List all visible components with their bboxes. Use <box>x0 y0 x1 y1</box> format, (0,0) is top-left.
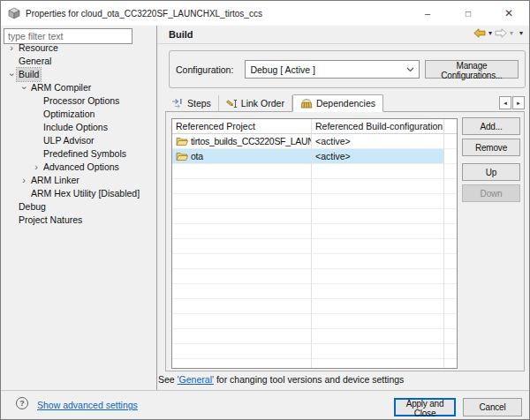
table-cell <box>312 314 444 329</box>
column-header-referenced-build-configuration[interactable]: Referenced Build-configuration <box>312 119 444 134</box>
tree-item-general[interactable]: General <box>1 55 156 68</box>
manage-configurations-button[interactable]: Manage Configurations... <box>425 60 519 79</box>
tree-item-label: ARM Linker <box>29 174 81 187</box>
table-row-ota[interactable]: ota<active> <box>172 149 457 164</box>
table-empty-row <box>172 194 457 209</box>
table-cell <box>444 269 457 284</box>
table-cell <box>312 299 444 314</box>
tree-item-include-options[interactable]: Include Options <box>1 121 156 134</box>
tree-item-arm-linker[interactable]: ›ARM Linker <box>1 174 156 187</box>
minimize-button[interactable]: – <box>407 1 448 26</box>
close-button[interactable]: ✕ <box>488 1 529 26</box>
referenced-project-name: tirtos_builds_CC3220SF_LAUNCHXL... <box>191 134 312 148</box>
tree-item-label: ARM Compiler <box>29 81 93 94</box>
view-menu-caret-icon[interactable]: ▾ <box>519 29 523 38</box>
table-cell <box>312 224 444 239</box>
show-advanced-settings-link[interactable]: Show advanced settings <box>37 400 138 410</box>
tree-item-arm-compiler[interactable]: ›ARM Compiler <box>1 81 156 94</box>
tab-label: Steps <box>187 98 211 109</box>
tree-item-label: Advanced Options <box>42 161 121 174</box>
chevron-right-icon[interactable]: › <box>31 161 42 174</box>
window-title: Properties for cloud_ota_CC3220SF_LAUNCH… <box>26 9 262 19</box>
window-controls: – □ ✕ <box>407 1 529 26</box>
sidebar-tree: ›ResourceGeneral›Build›ARM CompilerProce… <box>1 41 156 227</box>
table-cell <box>312 344 444 359</box>
tree-item-label: Optimization <box>42 108 96 121</box>
tree-item-label: Processor Options <box>42 94 121 108</box>
table-cell <box>172 359 312 369</box>
table-cell <box>312 209 444 224</box>
forward-icon[interactable] <box>495 28 507 40</box>
column-header-referenced-project[interactable]: Referenced Project <box>172 119 312 134</box>
table-empty-row <box>172 179 457 194</box>
chevron-down-icon[interactable]: › <box>18 83 31 94</box>
tree-item-arm-hex-utility-disabled[interactable]: ARM Hex Utility [Disabled] <box>1 187 156 200</box>
history-nav: ▾ ▾ ▾ <box>473 26 523 41</box>
tab-strip: Steps Link Order <box>165 94 525 112</box>
tree-item-advanced-options[interactable]: ›Advanced Options <box>1 161 156 174</box>
tree-item-predefined-symbols[interactable]: Predefined Symbols <box>1 147 156 161</box>
table-cell <box>312 194 444 209</box>
table-cell <box>172 179 312 194</box>
chevron-down-icon <box>406 67 414 72</box>
apply-and-close-button[interactable]: Apply and Close <box>394 398 456 416</box>
table-cell <box>444 179 457 194</box>
cancel-button[interactable]: Cancel <box>463 398 522 416</box>
tab-dependencies[interactable]: Dependencies <box>292 94 383 112</box>
column-header-filler <box>444 119 457 134</box>
table-empty-row <box>172 329 457 344</box>
tree-item-debug[interactable]: Debug <box>1 200 156 214</box>
splitter-sash[interactable] <box>156 26 157 391</box>
chevron-right-icon[interactable]: › <box>6 41 17 55</box>
tree-item-ulp-advisor[interactable]: ULP Advisor <box>1 134 156 147</box>
table-cell: <active> <box>312 134 444 149</box>
table-cell <box>312 164 444 179</box>
table-cell <box>172 344 312 359</box>
tab-steps[interactable]: Steps <box>165 95 219 111</box>
back-icon[interactable] <box>473 28 486 40</box>
footnote-prefix: See <box>158 374 178 385</box>
tab-scroll-right-icon[interactable]: ► <box>512 96 525 109</box>
titlebar[interactable]: Properties for cloud_ota_CC3220SF_LAUNCH… <box>1 1 529 26</box>
chevron-down-icon[interactable]: › <box>5 70 19 80</box>
tree-item-label: Build <box>17 68 41 81</box>
tree-item-build[interactable]: ›Build <box>1 68 156 81</box>
tab-label: Dependencies <box>316 98 375 109</box>
table-cell <box>172 224 312 239</box>
table-cell <box>444 299 457 314</box>
table-cell <box>312 329 444 344</box>
table-cell <box>444 329 457 344</box>
footnote: See 'General' for changing tool versions… <box>158 374 404 385</box>
forward-menu-caret-icon[interactable]: ▾ <box>510 29 513 38</box>
maximize-button[interactable]: □ <box>448 1 488 26</box>
tree-item-label: Include Options <box>42 121 110 134</box>
tab-label: Link Order <box>241 98 284 109</box>
tab-scroll-left-icon[interactable]: ◄ <box>499 96 511 109</box>
header-separator <box>157 43 529 44</box>
tree-item-optimization[interactable]: Optimization <box>1 108 156 121</box>
table-cell <box>172 299 312 314</box>
tab-link-order[interactable]: Link Order <box>219 95 292 111</box>
table-empty-row <box>172 224 457 239</box>
tree-item-project-natures[interactable]: Project Natures <box>1 214 156 227</box>
table-cell <box>172 194 312 209</box>
table-cell: <active> <box>312 149 444 164</box>
table-cell <box>312 269 444 284</box>
tree-item-resource[interactable]: ›Resource <box>1 41 156 55</box>
tree-item-processor-options[interactable]: Processor Options <box>1 94 156 108</box>
table-cell <box>444 254 457 269</box>
table-row-tirtos-builds-cc3220sf-launchxl[interactable]: tirtos_builds_CC3220SF_LAUNCHXL...<activ… <box>172 134 457 149</box>
table-body: tirtos_builds_CC3220SF_LAUNCHXL...<activ… <box>172 134 457 369</box>
back-menu-caret-icon[interactable]: ▾ <box>488 29 492 38</box>
general-link[interactable]: 'General' <box>178 374 214 385</box>
help-icon[interactable]: ? <box>16 397 28 409</box>
remove-button[interactable]: Remove <box>462 139 520 156</box>
configuration-select[interactable]: Debug [ Active ] <box>245 60 420 79</box>
table-cell <box>444 194 457 209</box>
chevron-right-icon[interactable]: › <box>19 174 29 187</box>
table-header-row: Referenced Project Referenced Build-conf… <box>172 119 457 134</box>
up-button[interactable]: Up <box>462 163 520 181</box>
add-button[interactable]: Add... <box>462 117 520 135</box>
footnote-suffix: for changing tool versions and device se… <box>214 374 404 385</box>
table-cell <box>172 314 312 329</box>
